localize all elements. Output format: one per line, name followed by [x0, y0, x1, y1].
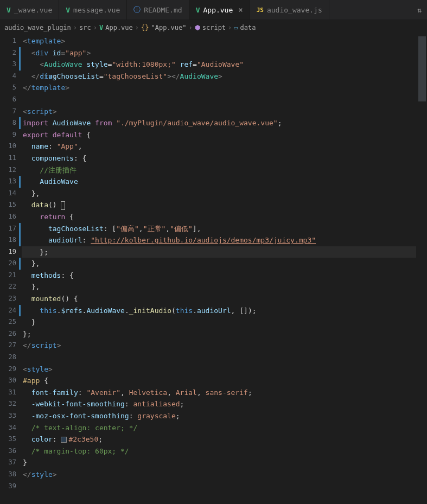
code-editor[interactable]: 1234567891011121314151617181920212223242…	[0, 35, 427, 504]
crumb-script[interactable]: ⬢script	[195, 24, 226, 31]
chevron-right-icon: ›	[228, 24, 232, 31]
crumb-namespace[interactable]: {}"App.vue"	[141, 24, 186, 31]
tab-label: README.md	[144, 6, 182, 14]
crumb-symbol[interactable]: ▭data	[234, 24, 256, 31]
vue-icon: V	[196, 6, 200, 14]
tab-message-vue[interactable]: V message.vue	[59, 0, 127, 20]
code-icon: ⬢	[195, 24, 200, 31]
code-content[interactable]: <template> <div id="app"> <AudioWave sty…	[22, 35, 427, 504]
color-swatch[interactable]	[61, 437, 67, 443]
chevron-right-icon: ›	[93, 24, 97, 31]
tab-readme[interactable]: ⓘ README.md	[127, 0, 189, 20]
crumb-project[interactable]: audio_wave_plugin	[4, 24, 71, 31]
tab-label: message.vue	[73, 6, 120, 14]
js-icon: JS	[257, 7, 264, 14]
minimap[interactable]	[417, 35, 427, 504]
tab-label: audio_wave.js	[267, 6, 322, 14]
compare-changes-icon[interactable]: ⇅	[412, 0, 427, 20]
tab-label: _wave.vue	[14, 6, 52, 14]
tab-wave-vue[interactable]: V _wave.vue	[0, 0, 59, 20]
tab-label: App.vue	[203, 6, 233, 14]
variable-icon: ▭	[234, 24, 238, 31]
line-gutter: 1234567891011121314151617181920212223242…	[0, 35, 22, 504]
vue-icon: V	[7, 6, 11, 14]
crumb-file[interactable]: VApp.vue	[99, 24, 133, 31]
vue-icon: V	[66, 6, 70, 14]
vue-icon: V	[99, 24, 103, 31]
crumb-src[interactable]: src	[79, 24, 91, 31]
editor-tabs: V _wave.vue V message.vue ⓘ README.md V …	[0, 0, 427, 20]
tab-audio-wave-js[interactable]: JS audio_wave.js	[250, 0, 329, 20]
chevron-right-icon: ›	[73, 24, 77, 31]
chevron-right-icon: ›	[135, 24, 139, 31]
close-icon[interactable]: ×	[238, 5, 243, 14]
info-icon: ⓘ	[133, 5, 141, 15]
breadcrumbs: audio_wave_plugin › src › VApp.vue › {}"…	[0, 20, 427, 35]
tab-app-vue[interactable]: V App.vue ×	[189, 0, 250, 20]
namespace-icon: {}	[141, 24, 149, 31]
chevron-right-icon: ›	[189, 24, 193, 31]
